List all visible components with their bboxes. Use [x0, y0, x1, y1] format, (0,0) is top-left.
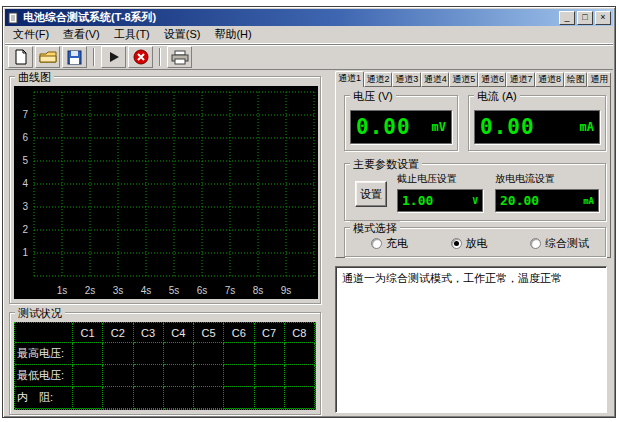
menu-view[interactable]: 查看(V) — [56, 25, 107, 44]
mode-select-group: 模式选择 充电 放电 综合测试 — [344, 227, 606, 257]
tab-general[interactable]: 通用 — [587, 72, 611, 87]
menu-help[interactable]: 帮助(H) — [207, 25, 258, 44]
tab-channel-3[interactable]: 通道3 — [392, 72, 421, 87]
x-tick-label: 3s — [108, 285, 128, 296]
main-params-title: 主要参数设置 — [350, 157, 422, 172]
status-cell — [285, 343, 315, 365]
y-tick-label: 1 — [22, 246, 30, 260]
status-cell — [164, 365, 194, 387]
client-area: 曲线图 7654321 1s2s3s4s5s6s7s8s9s 测试状况 C1C2… — [5, 70, 613, 415]
window-title: 电池综合测试系统(T-8系列) — [23, 10, 557, 25]
x-tick-label: 1s — [52, 285, 72, 296]
mode-option-discharge-label: 放电 — [466, 236, 488, 251]
tab-channel-1[interactable]: 通道1 — [335, 71, 364, 87]
x-tick-label: 4s — [136, 285, 156, 296]
y-tick-label: 6 — [22, 131, 30, 145]
status-cell — [194, 343, 224, 365]
discharge-current-display: 20.00 mA — [495, 189, 599, 212]
set-button[interactable]: 设置 — [355, 181, 387, 207]
print-button[interactable] — [167, 46, 192, 68]
status-cell — [103, 365, 133, 387]
tab-channel-5[interactable]: 通道5 — [449, 72, 478, 87]
radio-icon — [451, 238, 462, 249]
y-axis-ticks: 7654321 — [14, 108, 30, 260]
cutoff-voltage-display: 1.00 V — [397, 189, 483, 212]
channel-tabs: 通道1 通道2 通道3 通道4 通道5 通道6 通道7 通道8 绘图 通用 — [335, 70, 611, 87]
status-column-header: C8 — [285, 323, 315, 343]
status-cell — [224, 365, 254, 387]
stop-button[interactable] — [128, 46, 153, 68]
app-icon — [7, 12, 19, 24]
tab-drawing[interactable]: 绘图 — [564, 72, 588, 87]
status-column-header: C5 — [194, 323, 224, 343]
right-column: 通道1 通道2 通道3 通道4 通道5 通道6 通道7 通道8 绘图 通用 电压… — [335, 70, 611, 415]
status-cell — [134, 387, 164, 409]
save-button[interactable] — [62, 46, 87, 68]
status-cell — [224, 387, 254, 409]
menu-file[interactable]: 文件(F) — [6, 25, 56, 44]
status-cell — [224, 343, 254, 365]
status-column-header: C2 — [103, 323, 133, 343]
status-cell — [134, 365, 164, 387]
status-cell — [103, 343, 133, 365]
y-tick-label: 5 — [22, 154, 30, 168]
status-row-label: 内 阻: — [15, 387, 73, 409]
status-message-box[interactable]: 通道一为综合测试模式，工作正常，温度正常 — [335, 266, 607, 413]
printer-icon — [171, 50, 189, 65]
open-folder-icon — [39, 50, 57, 64]
menu-tools[interactable]: 工具(T) — [107, 25, 157, 44]
new-file-button[interactable] — [8, 46, 33, 68]
radio-icon — [530, 238, 541, 249]
toolbar-separator — [93, 48, 95, 66]
status-column-header: C7 — [255, 323, 285, 343]
tab-channel-8[interactable]: 通道8 — [535, 72, 564, 87]
mode-option-combined-test[interactable]: 综合测试 — [530, 236, 589, 251]
tab-channel-2[interactable]: 通道2 — [364, 72, 393, 87]
status-cell — [194, 365, 224, 387]
left-column: 曲线图 7654321 1s2s3s4s5s6s7s8s9s 测试状况 C1C2… — [9, 70, 323, 415]
tab-channel-7[interactable]: 通道7 — [506, 72, 535, 87]
status-table: C1C2C3C4C5C6C7C8最高电压:最低电压:内 阻: — [14, 322, 316, 410]
mode-option-charge[interactable]: 充电 — [371, 236, 408, 251]
discharge-current-param: 放电电流设置 20.00 mA — [495, 172, 599, 212]
menu-settings[interactable]: 设置(S) — [157, 25, 208, 44]
status-cell — [255, 343, 285, 365]
status-row-label: 最高电压: — [15, 343, 73, 365]
maximize-icon: □ — [582, 13, 587, 22]
status-table-corner — [15, 323, 73, 343]
save-icon — [67, 50, 82, 65]
discharge-current-label: 放电电流设置 — [495, 172, 599, 186]
x-tick-label: 7s — [220, 285, 240, 296]
minimize-button[interactable]: _ — [559, 11, 575, 25]
close-button[interactable]: × — [595, 11, 611, 25]
status-cell — [73, 387, 103, 409]
discharge-current-value: 20.00 — [500, 193, 539, 208]
status-cell — [134, 343, 164, 365]
status-cell — [255, 387, 285, 409]
tab-channel-6[interactable]: 通道6 — [478, 72, 507, 87]
y-tick-label: 4 — [22, 177, 30, 191]
tab-channel-4[interactable]: 通道4 — [421, 72, 450, 87]
status-cell — [285, 387, 315, 409]
mode-option-discharge[interactable]: 放电 — [451, 236, 488, 251]
titlebar: 电池综合测试系统(T-8系列) _ □ × — [5, 9, 613, 26]
start-button[interactable] — [101, 46, 126, 68]
play-icon — [107, 50, 121, 64]
status-column-header: C3 — [134, 323, 164, 343]
curve-chart-group: 曲线图 7654321 1s2s3s4s5s6s7s8s9s — [9, 76, 321, 304]
test-status-title: 测试状况 — [15, 306, 65, 321]
open-button[interactable] — [35, 46, 60, 68]
current-unit: mA — [580, 120, 594, 134]
close-icon: × — [600, 13, 605, 22]
y-tick-label: 7 — [22, 108, 30, 122]
minimize-icon: _ — [564, 13, 569, 22]
new-file-icon — [13, 49, 28, 65]
cutoff-voltage-param: 截止电压设置 1.00 V — [397, 172, 483, 212]
y-tick-label: 2 — [22, 223, 30, 237]
status-row-label: 最低电压: — [15, 365, 73, 387]
main-params-group: 主要参数设置 设置 截止电压设置 1.00 V 放电电流设置 20.00 m — [344, 163, 606, 221]
status-cell — [103, 387, 133, 409]
x-tick-label: 5s — [164, 285, 184, 296]
maximize-button[interactable]: □ — [577, 11, 593, 25]
x-tick-label: 9s — [276, 285, 296, 296]
